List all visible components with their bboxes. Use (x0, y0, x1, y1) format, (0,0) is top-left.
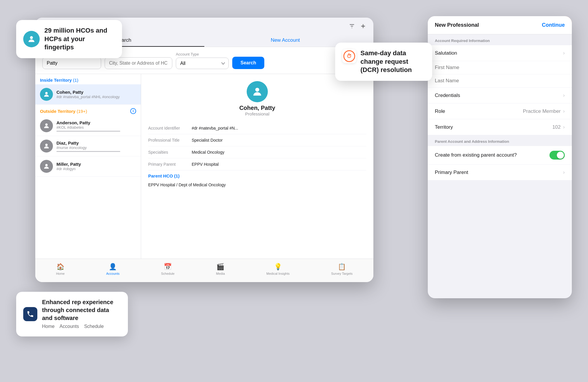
primary-parent-label: Primary Parent (435, 170, 468, 175)
tab-accounts-label: Accounts (106, 272, 119, 275)
result-diaz[interactable]: Diaz, Patty #nurse #oncology (35, 136, 141, 156)
account-type-select[interactable]: All HCP HCO (176, 58, 229, 69)
tab-home[interactable]: 🏠 Home (56, 263, 65, 275)
right-panel: New Professional Continue Account Requir… (428, 16, 572, 298)
search-terms-input[interactable] (42, 57, 101, 69)
chevron-right-icon: › (563, 50, 565, 56)
dcr-card: ⏱ Same-day data change request (DCR) res… (335, 43, 432, 81)
avatar-cohen (40, 88, 53, 101)
first-name-input[interactable] (435, 65, 565, 71)
salutation-row[interactable]: Salutation › (428, 45, 572, 61)
chevron-right-credentials: › (563, 92, 565, 98)
header-icons (349, 23, 366, 31)
create-from-existing-label: Create from existing parent account? (435, 152, 517, 158)
dcr-text: Same-day data change request (DCR) resol… (360, 49, 425, 74)
account-type-label: Account Type (176, 52, 229, 56)
results-list: Inside Territory (1) Cohen, Patty #dr #n… (35, 74, 141, 277)
media-icon: 🎬 (216, 263, 224, 271)
filter-icon-button[interactable] (349, 23, 355, 31)
add-icon-button[interactable] (360, 23, 366, 31)
results-container: Inside Territory (1) Cohen, Patty #dr #n… (35, 74, 373, 277)
tab-schedule[interactable]: 📅 Schedule (161, 263, 175, 275)
rep-experience-card: Enhanced rep experience through connecte… (16, 292, 128, 336)
tab-survey-targets[interactable]: 📋 Survey Targets (331, 263, 353, 275)
dcr-icon: ⏱ (342, 49, 356, 63)
result-tags-miller: #dr #obgyn (56, 167, 136, 171)
person-icon (23, 31, 40, 47)
phone-icon (23, 307, 37, 321)
result-bar-anderson (56, 131, 120, 132)
avatar-anderson (40, 119, 53, 132)
result-name-miller: Miller, Patty (56, 162, 136, 167)
continue-button[interactable]: Continue (542, 22, 565, 28)
role-row[interactable]: Role Practice Member › (428, 103, 572, 119)
result-anderson[interactable]: Anderson, Patty #KOL #diabetes (35, 116, 141, 136)
territory-value: 102 (552, 124, 561, 130)
avatar-diaz (40, 140, 53, 153)
home-icon: 🏠 (56, 263, 64, 271)
result-tags-cohen: #dr #natevba_portal #NHL #oncology (56, 95, 136, 99)
primary-parent-row: Primary Parent EPPV Hospital (148, 158, 366, 170)
tab-survey-targets-label: Survey Targets (331, 272, 353, 275)
location-input[interactable] (105, 57, 172, 69)
accounts-icon: 👤 (109, 263, 117, 271)
tab-media-label: Media (216, 272, 225, 275)
account-identifier-row: Account Identifier #dr #natevba_portal #… (148, 122, 366, 134)
tab-medical-insights[interactable]: 💡 Medical Insights (266, 263, 290, 275)
account-required-info-header: Account Required Information (428, 34, 572, 45)
result-name-diaz: Diaz, Patty (56, 140, 136, 145)
result-tags-anderson: #KOL #diabetes (56, 125, 136, 130)
first-name-row (428, 61, 572, 74)
svg-point-7 (45, 123, 48, 126)
insights-icon: 💡 (274, 263, 282, 271)
detail-fields: Account Identifier #dr #natevba_portal #… (148, 122, 366, 190)
territory-label: Territory (435, 124, 453, 130)
detail-subtitle: Professional (245, 111, 270, 116)
result-miller[interactable]: Miller, Patty #dr #obgyn (35, 156, 141, 177)
result-bar-diaz (56, 151, 120, 152)
parent-hco-header: Parent HCO (1) (148, 170, 366, 180)
right-panel-header: New Professional Continue (428, 16, 572, 34)
role-label: Role (435, 108, 445, 114)
new-professional-title: New Professional (435, 22, 479, 28)
parent-account-section-header: Parent Account and Address Information (428, 135, 572, 146)
survey-icon: 📋 (338, 263, 346, 271)
result-cohen-patty[interactable]: Cohen, Patty #dr #natevba_portal #NHL #o… (35, 84, 141, 105)
tab-schedule-label: Schedule (161, 272, 175, 275)
avatar-miller (40, 160, 53, 173)
last-name-input[interactable] (435, 78, 565, 84)
account-type-field: Account Type All HCP HCO (176, 52, 229, 69)
tab-accounts[interactable]: 👤 Accounts (106, 263, 119, 275)
search-button[interactable]: Search (232, 57, 264, 69)
chevron-right-territory: › (563, 124, 565, 130)
outside-territory-header: Outside Territory (19+) i (35, 105, 141, 116)
tab-media[interactable]: 🎬 Media (216, 263, 225, 275)
last-name-row (428, 74, 572, 88)
svg-point-9 (45, 164, 48, 166)
svg-point-8 (45, 144, 48, 146)
specialties-row: Specialties Medical Oncology (148, 146, 366, 158)
rep-experience-text: Enhanced rep experience through connecte… (42, 298, 121, 330)
primary-parent-row[interactable]: Primary Parent › (428, 165, 572, 180)
parent-hco-item[interactable]: EPPV Hospital / Dept of Medical Oncology (148, 180, 366, 190)
credentials-row[interactable]: Credentials › (428, 88, 572, 103)
inside-territory-header: Inside Territory (1) (35, 74, 141, 84)
result-tags-diaz: #nurse #oncology (56, 145, 136, 150)
chevron-right-role: › (563, 108, 565, 114)
svg-point-6 (45, 92, 48, 94)
tab-home-label: Home (56, 272, 65, 275)
detail-name: Cohen, Patty (239, 105, 275, 111)
tab-bar: 🏠 Home 👤 Accounts 📅 Schedule 🎬 Media 💡 M… (35, 259, 373, 282)
schedule-icon: 📅 (164, 263, 172, 271)
create-from-existing-toggle[interactable] (549, 151, 565, 160)
info-icon[interactable]: i (130, 108, 136, 114)
territory-row[interactable]: Territory 102 › (428, 119, 572, 135)
detail-panel: Cohen, Patty Professional Account Identi… (141, 74, 373, 277)
chevron-right-primary-parent: › (563, 169, 565, 175)
tab-medical-insights-label: Medical Insights (266, 272, 290, 275)
role-value: Practice Member (523, 108, 561, 114)
create-from-existing-toggle-row: Create from existing parent account? (428, 146, 572, 165)
credentials-label: Credentials (435, 93, 460, 98)
hco-hcp-card: 29 million HCOs and HCPs at your fingert… (16, 20, 122, 58)
svg-point-0 (30, 36, 33, 39)
